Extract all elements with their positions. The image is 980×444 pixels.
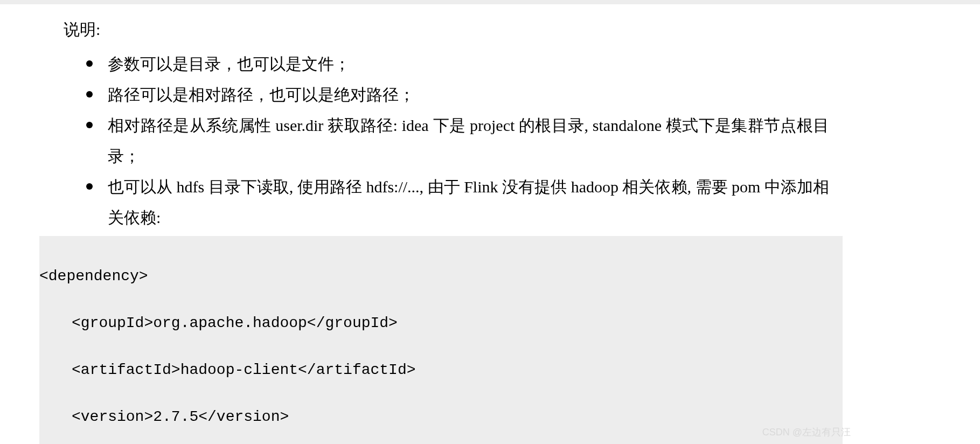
list-item: 也可以从 hdfs 目录下读取, 使用路径 hdfs://..., 由于 Fli… xyxy=(64,171,829,233)
code-line: <artifactId>hadoop-client</artifactId> xyxy=(39,358,843,381)
bullet-text: 相对路径是从系统属性 user.dir 获取路径: idea 下是 projec… xyxy=(108,110,829,171)
bullet-dot-icon xyxy=(86,183,93,190)
bullet-text: 路径可以是相对路径，也可以是绝对路径； xyxy=(108,79,829,110)
bullet-text: 参数可以是目录，也可以是文件； xyxy=(108,48,829,79)
intro-text: 说明: xyxy=(64,15,829,44)
code-line: <groupId>org.apache.hadoop</groupId> xyxy=(39,311,843,335)
code-block: <dependency> <groupId>org.apache.hadoop<… xyxy=(39,236,843,444)
list-item: 参数可以是目录，也可以是文件； xyxy=(64,48,829,79)
bullet-text: 也可以从 hdfs 目录下读取, 使用路径 hdfs://..., 由于 Fli… xyxy=(108,171,829,233)
list-item: 路径可以是相对路径，也可以是绝对路径； xyxy=(64,79,829,110)
bullet-dot-icon xyxy=(86,91,93,98)
list-item: 相对路径是从系统属性 user.dir 获取路径: idea 下是 projec… xyxy=(64,110,829,171)
document-body: 说明: 参数可以是目录，也可以是文件； 路径可以是相对路径，也可以是绝对路径； … xyxy=(0,15,980,233)
bullet-dot-icon xyxy=(86,60,93,67)
code-line: <version>2.7.5</version> xyxy=(39,405,843,428)
code-line: <dependency> xyxy=(39,265,843,288)
bullet-list: 参数可以是目录，也可以是文件； 路径可以是相对路径，也可以是绝对路径； 相对路径… xyxy=(64,48,829,233)
watermark: CSDN @左边有只汪 xyxy=(762,426,851,439)
bullet-dot-icon xyxy=(86,122,93,128)
header-strip xyxy=(0,0,980,4)
